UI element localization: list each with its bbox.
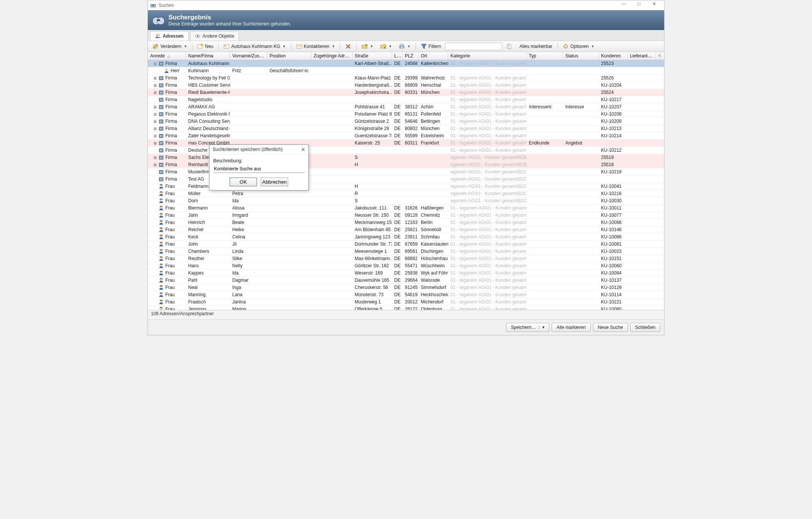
neu-button[interactable]: Neu xyxy=(195,42,216,51)
cell-plz: 67659 xyxy=(403,241,419,247)
tab-andere-objekte[interactable]: Andere Objekte xyxy=(190,31,239,41)
dialog-desc-input[interactable] xyxy=(213,165,304,173)
anrede-value: Firma xyxy=(165,176,177,182)
col-plz[interactable]: PLZ xyxy=(403,52,419,60)
svg-rect-43 xyxy=(162,93,162,94)
col-scroll-up[interactable]: ∧ xyxy=(656,52,661,60)
export-button[interactable]: ▼ xyxy=(359,42,376,51)
table-row[interactable]: FrauKappesIdaWeserstr. 169DE25938Wyk auf… xyxy=(148,270,664,277)
schliessen-button[interactable]: Schließen xyxy=(630,323,660,332)
table-row[interactable]: FrauReichelHeikeAm Blütenhain 85DE25821S… xyxy=(148,226,664,233)
cell-str: Offerkämpe 5 xyxy=(352,306,392,310)
table-row[interactable]: ⊞FirmaRiedl Bauelemente-H…Josephskirchst… xyxy=(148,89,664,96)
verandern-button[interactable]: Verändern▼ xyxy=(150,42,190,51)
tree-toggle-icon[interactable]: ⊞ xyxy=(153,90,157,95)
tab-adressen[interactable]: Adressen xyxy=(150,31,189,41)
table-row[interactable]: FrauJenningsMarionOfferkämpe 5DE26122Old… xyxy=(148,306,664,310)
filtern-button[interactable]: Filtern xyxy=(418,42,444,51)
cell-ort: Wyk auf Föhr xyxy=(419,270,448,276)
grid-header[interactable]: Anrede△ Name/Firma Vorname/Zusatz Positi… xyxy=(148,52,664,60)
col-land[interactable]: Land xyxy=(392,52,403,60)
col-position[interactable]: Position xyxy=(267,52,311,60)
svg-rect-40 xyxy=(160,92,161,92)
dialog-ok-button[interactable]: OK xyxy=(230,178,257,186)
maximize-button[interactable]: □ xyxy=(631,1,647,10)
banner-title: Suchergebnis xyxy=(168,14,291,21)
col-zugehorige[interactable]: Zugehörige Adresse xyxy=(311,52,352,60)
col-ort[interactable]: Ort xyxy=(419,52,448,60)
table-row[interactable]: FrauJohnJilDortmunder Str. 77DE67659Kais… xyxy=(148,241,664,248)
tree-toggle-icon[interactable]: ⊟ xyxy=(153,62,157,66)
table-row[interactable]: ⊞FirmaARAMAX AGPohlstrasse 41DE38312Achi… xyxy=(148,103,664,111)
cell-land: DE xyxy=(392,61,403,66)
table-row[interactable]: FrauManningLanaMünsterstr. 73DE54619Heck… xyxy=(148,291,664,298)
table-row[interactable]: ⊞FirmaZater Handelsgesellsc…Guentzelstra… xyxy=(148,132,664,140)
dialog-close-icon[interactable]: ✕ xyxy=(301,147,305,152)
table-row[interactable]: HerrKuhlmannFritzGeschäftsführer/-in xyxy=(148,67,664,75)
col-lieferanten[interactable]: Lieferantennr. xyxy=(628,52,656,60)
delete-button[interactable] xyxy=(343,42,354,51)
table-row[interactable]: ⊞FirmaDNA Consulting Servi…Güntzelstrass… xyxy=(148,118,664,125)
tree-toggle-icon[interactable]: ⊞ xyxy=(153,119,157,124)
kontaktieren-button[interactable]: Kontaktieren▼ xyxy=(293,42,338,51)
table-row[interactable]: FrauKeckCelinaJanningsweg 123DE23911Schm… xyxy=(148,233,664,241)
col-strasse[interactable]: Straße xyxy=(352,52,392,60)
anrede-value: Firma xyxy=(165,90,177,95)
table-row[interactable]: FrauHansNellyGörlitzer Str. 182DE55471Wü… xyxy=(148,262,664,270)
table-row[interactable]: FrauHeinrichBeateMeckmannweg 157DE12163B… xyxy=(148,219,664,226)
filter-input[interactable] xyxy=(445,43,502,50)
cell-plz: 29664 xyxy=(403,278,419,283)
close-window-button[interactable]: ✕ xyxy=(647,1,662,10)
anrede-value: Firma xyxy=(165,111,177,117)
col-kundennr[interactable]: Kundennr. xyxy=(599,52,628,60)
cell-kat: eganem AG\01 - Kunden gesamt\B2C xyxy=(448,184,527,189)
table-row[interactable]: ⊞FirmaAllianz Deutschland G…Königinstraß… xyxy=(148,125,664,132)
alles-markierbar-button[interactable]: Alles markierbar xyxy=(517,43,555,50)
table-row[interactable]: FrauMüllerPetraReganem AG\01 - Kunden ge… xyxy=(148,190,664,197)
cell-kat: 01 - teganem AG\01 - Kunden gesamt\B2B xyxy=(448,75,527,81)
building-icon xyxy=(159,111,164,117)
autohaus-button[interactable]: Autohaus Kuhlmann KG▼ xyxy=(221,42,289,51)
col-kategorie[interactable]: Kategorie xyxy=(448,52,527,60)
alle-markieren-button[interactable]: Alle markieren xyxy=(552,323,591,332)
svg-point-9 xyxy=(197,35,198,37)
table-row[interactable]: FrauChambersLindaMeesenstiege 1DE89561Di… xyxy=(148,248,664,255)
col-typ[interactable]: Typ xyxy=(527,52,563,60)
tree-toggle-icon[interactable]: ⊞ xyxy=(153,105,157,109)
print-button[interactable]: ▼ xyxy=(396,42,413,51)
table-row[interactable]: FrauFraatschJaninaMusterweg 1DE20012Mich… xyxy=(148,298,664,306)
dialog-cancel-button[interactable]: Abbrechen xyxy=(261,178,288,186)
tree-toggle-icon[interactable]: ⊞ xyxy=(153,127,157,131)
table-row[interactable]: FirmaNagelstudio01 - teganem AG\01 - Kun… xyxy=(148,96,664,103)
table-row[interactable]: ⊞FirmaPegasus Elektronik G…Potsdamer Pla… xyxy=(148,111,664,118)
table-row[interactable]: FrauBiermannAlissaJakobusstr. 111DE31626… xyxy=(148,205,664,212)
table-row[interactable]: ⊞FirmaTechnology by Feil G…Klaus-Mann-Pl… xyxy=(148,75,664,82)
col-vorname[interactable]: Vorname/Zusatz xyxy=(230,52,267,60)
tree-toggle-icon[interactable]: ⊞ xyxy=(153,163,157,167)
tab-adressen-label: Adressen xyxy=(163,33,184,39)
col-anrede[interactable]: Anrede△ xyxy=(148,52,186,60)
table-row[interactable]: FrauDornIdaSeganem AG\01 - Kunden gesamt… xyxy=(148,197,664,205)
col-name[interactable]: Name/Firma xyxy=(186,52,230,60)
col-status[interactable]: Status xyxy=(563,52,599,60)
tree-toggle-icon[interactable]: ⊞ xyxy=(153,141,157,145)
tree-toggle-icon[interactable]: ⊞ xyxy=(153,134,157,138)
table-row[interactable]: ⊟FirmaAutohaus Kuhlmann KGKarl-Albert-St… xyxy=(148,60,664,67)
doc-button[interactable] xyxy=(504,42,515,51)
speichern-button[interactable]: Speichern… ▼ xyxy=(506,323,549,332)
table-row[interactable]: ⊞FirmaHBS Customer Servic…Hardenbergstra… xyxy=(148,82,664,89)
tree-toggle-icon[interactable]: ⊞ xyxy=(153,156,157,160)
table-row[interactable]: FrauNealIngaCheruskerstr. 56DE91245Simme… xyxy=(148,284,664,291)
minimize-button[interactable]: — xyxy=(616,1,631,10)
optionen-button[interactable]: Optionen▼ xyxy=(560,42,597,51)
import-button[interactable]: ▼ xyxy=(377,42,395,51)
cell-plz: 26122 xyxy=(403,306,419,310)
tree-toggle-icon[interactable]: ⊞ xyxy=(153,76,157,80)
tree-toggle-icon[interactable]: ⊞ xyxy=(153,83,157,87)
table-row[interactable]: FrauReutherSilkeMax-Winkelmann…DE66882Hü… xyxy=(148,255,664,262)
tree-toggle-icon[interactable]: ⊞ xyxy=(153,112,157,116)
table-row[interactable]: FrauPahlDagmarDauvemühle 165DE29664Walsr… xyxy=(148,277,664,284)
neue-suche-button[interactable]: Neue Suche xyxy=(593,323,628,332)
table-row[interactable]: FrauJahnIrmgardNeusser Str. 150DE09128Ch… xyxy=(148,212,664,219)
speichern-caret-icon[interactable]: ▼ xyxy=(539,325,547,329)
